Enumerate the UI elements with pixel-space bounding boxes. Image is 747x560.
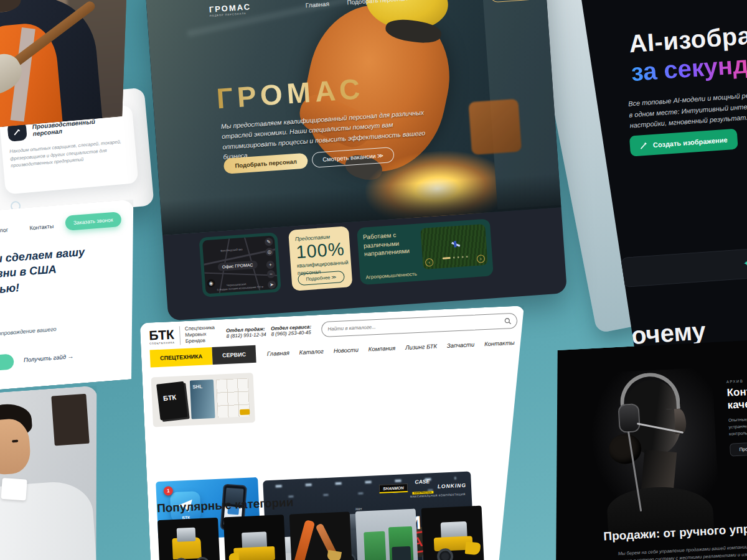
wall-frame-shape — [51, 394, 89, 446]
gromas-stat-card: Предоставим 100% квалифицированный персо… — [288, 226, 353, 291]
arrow-right-icon: → — [67, 353, 73, 360]
nav-item-news[interactable]: Новости — [333, 346, 359, 354]
map-office-pill[interactable]: Офис ГРОМАС — [217, 261, 257, 271]
btk-logo[interactable]: БТК СПЕЦТЕХНИКА — [149, 328, 175, 345]
machine-orange — [468, 99, 522, 155]
brochure-title: БТК — [162, 393, 176, 402]
map-layers-icon[interactable]: ◎ — [265, 248, 274, 256]
sales-website: АРХИВ Контроль качества Опытные специали… — [543, 338, 747, 560]
usa-heading: мы сделаем вашу жизни в США стью! — [0, 245, 88, 297]
shirt-collar-shape — [1, 478, 27, 501]
prompt-generate-button[interactable]: ✦✧ Создать — [743, 257, 747, 268]
category-excavator[interactable] — [289, 511, 353, 560]
magic-wand-icon — [640, 141, 649, 150]
gromas-map-card[interactable]: Финляндский вкз Чернышевская Офис ГРОМАС… — [199, 232, 281, 297]
carousel-dot[interactable] — [466, 256, 468, 258]
carousel-next-button[interactable]: › — [477, 254, 486, 263]
map-scale: 700 м — [256, 285, 263, 289]
gromas-hero-photo: ГРОМАС ПОДБОР ПЕРСОНАЛА Главная Подобрат… — [145, 0, 561, 235]
btk-logo-text: БТК — [149, 328, 175, 342]
catalog-banner[interactable]: БТК SHL — [151, 373, 255, 427]
usa-primary-button[interactable]: но — [0, 353, 14, 372]
map-edit-icon[interactable]: ✎ — [265, 238, 273, 246]
headphone-cup-shape — [618, 403, 640, 433]
mini-excavator-shape — [240, 409, 250, 415]
guide-link-label: Получить гайд — [24, 353, 67, 363]
sales-phone-number[interactable]: 8 (812) 991-12-34 — [226, 332, 266, 339]
nav-item-catalog[interactable]: Каталог — [299, 347, 324, 355]
agro-field-photo: ‹ › — [420, 224, 487, 269]
category-bulldozer[interactable] — [223, 515, 287, 560]
category-backhoe[interactable] — [157, 518, 221, 560]
ai-prompt-bar[interactable]: ✦✧ Создать — [620, 241, 747, 287]
secondary-button-label: Смотреть вакансии — [322, 152, 376, 163]
nav-item-contacts[interactable]: Контакты — [29, 223, 54, 231]
nav-item-parts[interactable]: Запчасти — [447, 340, 475, 348]
usa-call-button[interactable]: Заказать звонок — [65, 212, 121, 231]
category-loader[interactable] — [421, 506, 485, 560]
btk-service-phone-block: Отдел сервиса: 8 (960) 253-40-45 — [271, 324, 312, 337]
portfolio-canvas: { "colors": { "background_teal": "#4f99a… — [0, 0, 747, 560]
photo-shape — [160, 173, 561, 235]
catalog-page-label: SHL — [192, 384, 202, 390]
worker-photo-card — [0, 0, 141, 129]
service-phone-number[interactable]: 8 (960) 253-40-45 — [271, 330, 311, 337]
ai-create-button[interactable]: Создать изображение — [629, 129, 738, 157]
sales-paragraph: Мы берем на себя управление продажами ва… — [572, 539, 747, 560]
carousel-dot-active[interactable] — [443, 257, 451, 259]
nav-item-contacts[interactable]: Контакты — [484, 338, 515, 347]
search-icon[interactable] — [504, 317, 511, 324]
stat-more-button[interactable]: Подробнее ≫ — [298, 269, 345, 286]
btk-search[interactable] — [321, 312, 518, 337]
drone-shape — [454, 241, 457, 247]
brand-case: CASE CONSTRUCTION — [411, 478, 433, 497]
map-zoom-out-button[interactable]: − — [266, 270, 275, 279]
tab-spetstehnika[interactable]: СПЕЦТЕХНИКА — [150, 347, 213, 368]
usa-guide-link[interactable]: Получить гайд → — [24, 353, 74, 363]
carousel-dot[interactable] — [458, 256, 459, 258]
brand-shanmon: SHANMON — [379, 483, 408, 493]
usa-website: Блог Контакты Заказать звонок мы сделаем… — [0, 199, 148, 390]
boom-shape — [293, 520, 315, 560]
create-button-label: Создать изображение — [652, 136, 727, 148]
nav-item-company[interactable]: Компания — [368, 344, 395, 352]
map-copyright: © Яндекс — [217, 287, 228, 291]
carousel-dot[interactable] — [462, 256, 464, 258]
carousel-dots[interactable] — [442, 251, 468, 264]
map-locate-button[interactable]: ➤ — [268, 281, 276, 289]
usa-paragraph: е сопровождение вашего ла. — [0, 325, 57, 347]
tab-service[interactable]: СЕРВИС — [212, 345, 256, 365]
nav-item-blog[interactable]: Блог — [0, 226, 8, 233]
carousel-dot[interactable] — [453, 257, 455, 259]
carousel-prev-button[interactable]: ‹ — [425, 258, 434, 267]
gromas-directions-card: Работаем с различными направлениями ‹ › … — [357, 218, 494, 285]
bucket-shape — [465, 541, 481, 555]
production-card-text: Находим опытных сварщиков, слесарей, ток… — [9, 138, 129, 169]
nav-item-main[interactable]: Главная — [267, 349, 289, 357]
btk-nav-links: Главная Каталог Новости Компания Лизинг … — [256, 338, 526, 358]
map-station-label: Финляндский вкз — [220, 248, 243, 252]
side-label: АРХИВ — [726, 373, 747, 383]
brand-line: Брендов — [186, 337, 215, 345]
search-input[interactable] — [327, 318, 504, 332]
brand-lonking: LONKING — [438, 482, 467, 490]
man-eye-shape — [12, 440, 18, 443]
nav-item-leasing[interactable]: Лизинг БТК — [405, 342, 437, 350]
category-trucks[interactable] — [355, 508, 419, 560]
map-pin-icon[interactable]: ◉ — [207, 279, 215, 287]
double-arrow-icon: ≫ — [377, 152, 384, 159]
bucket-shape — [327, 550, 342, 560]
map-zoom-in-button[interactable]: + — [266, 261, 275, 269]
double-arrow-icon: ≫ — [331, 274, 336, 281]
btk-brand-claim: Спецтехника Мировых Брендов — [179, 325, 215, 345]
btk-sales-phone-block: Отдел продаж: 8 (812) 991-12-34 — [226, 326, 266, 339]
btk-logo-subtext: СПЕЦТЕХНИКА — [149, 341, 175, 345]
sales-side-block: АРХИВ Контроль качества Опытные специали… — [726, 373, 747, 457]
stat-value: 100% — [295, 239, 344, 263]
more-button-label: Подробнее — [306, 274, 330, 282]
map-canvas[interactable]: Финляндский вкз Чернышевская Офис ГРОМАС… — [202, 236, 278, 294]
gromas-website: ГРОМАС ПОДБОР ПЕРСОНАЛА Главная Подобрат… — [145, 0, 567, 321]
side-button[interactable]: Пройти — [730, 442, 747, 457]
gromas-logo[interactable]: ГРОМАС ПОДБОР ПЕРСОНАЛА — [209, 2, 251, 17]
brand-case-text: CASE — [411, 478, 433, 485]
